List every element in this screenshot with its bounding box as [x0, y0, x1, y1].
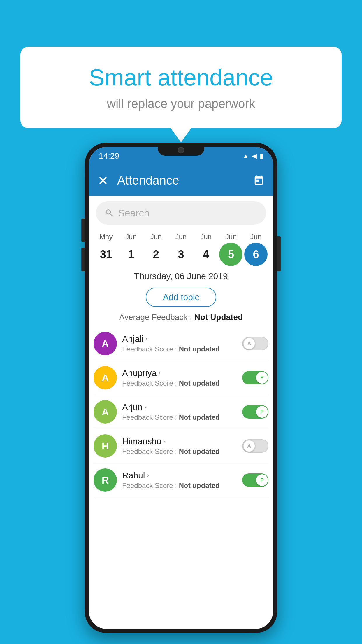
student-feedback: Feedback Score : Not updated: [122, 482, 237, 490]
student-avatar: A: [94, 332, 117, 355]
student-item[interactable]: RRahul ›Feedback Score : Not updatedP: [94, 463, 268, 497]
calendar-day[interactable]: Jun6: [243, 233, 268, 266]
cal-date-label[interactable]: 3: [169, 243, 193, 266]
phone-mockup: 14:29 ▲ ◀ ▮ ✕ Attendance S: [85, 143, 277, 633]
student-info: Himanshu ›Feedback Score : Not updated: [122, 436, 237, 456]
app-bar: ✕ Attendance: [89, 165, 273, 196]
avg-feedback-label: Average Feedback :: [119, 313, 192, 322]
toggle-knob: A: [243, 338, 255, 349]
battery-icon: ▮: [260, 152, 263, 160]
cal-month-label: Jun: [168, 233, 194, 241]
cal-date-label[interactable]: 31: [94, 243, 118, 266]
calendar-day[interactable]: Jun2: [143, 233, 168, 266]
chevron-icon: ›: [144, 403, 146, 411]
student-item[interactable]: HHimanshu ›Feedback Score : Not updatedA: [94, 429, 268, 463]
student-item[interactable]: AArjun ›Feedback Score : Not updatedP: [94, 395, 268, 429]
attendance-toggle[interactable]: A: [242, 337, 268, 350]
student-name: Arjun ›: [122, 402, 237, 412]
chevron-icon: ›: [145, 335, 147, 343]
search-placeholder: Search: [118, 207, 150, 219]
student-avatar: H: [94, 434, 117, 458]
cal-month-label: May: [94, 233, 119, 241]
avg-feedback-value: Not Updated: [194, 313, 243, 322]
bubble-title: Smart attendance: [44, 64, 318, 91]
cal-date-label[interactable]: 5: [219, 243, 242, 266]
attendance-toggle[interactable]: P: [242, 405, 268, 419]
attendance-toggle[interactable]: P: [242, 371, 268, 384]
toggle-knob: P: [256, 372, 268, 384]
student-avatar: A: [94, 400, 117, 424]
add-topic-button[interactable]: Add topic: [146, 288, 216, 307]
search-icon: [105, 208, 114, 218]
speech-bubble: Smart attendance will replace your paper…: [20, 47, 342, 128]
calendar-row: May31Jun1Jun2Jun3Jun4Jun5Jun6: [89, 230, 273, 266]
selected-date: Thursday, 06 June 2019: [89, 266, 273, 284]
student-item[interactable]: AAnjali ›Feedback Score : Not updatedA: [94, 327, 268, 361]
speech-bubble-container: Smart attendance will replace your paper…: [20, 47, 342, 128]
cal-date-label[interactable]: 4: [194, 243, 218, 266]
cal-month-label: Jun: [243, 233, 268, 241]
calendar-day[interactable]: Jun5: [219, 233, 244, 266]
phone-frame: 14:29 ▲ ◀ ▮ ✕ Attendance S: [85, 143, 277, 633]
cal-month-label: Jun: [219, 233, 244, 241]
calendar-day[interactable]: Jun1: [119, 233, 144, 266]
close-button[interactable]: ✕: [98, 173, 108, 188]
calendar-day[interactable]: May31: [94, 233, 119, 266]
status-time: 14:29: [99, 151, 119, 161]
bubble-subtitle: will replace your paperwork: [44, 97, 318, 111]
status-icons: ▲ ◀ ▮: [242, 152, 263, 160]
cal-month-label: Jun: [119, 233, 144, 241]
app-bar-title: Attendance: [117, 174, 253, 188]
cal-date-label[interactable]: 1: [120, 243, 143, 266]
phone-notch: [158, 143, 204, 156]
calendar-day[interactable]: Jun4: [194, 233, 219, 266]
attendance-toggle[interactable]: A: [242, 439, 268, 453]
student-feedback: Feedback Score : Not updated: [122, 447, 237, 456]
cal-month-label: Jun: [143, 233, 168, 241]
calendar-day[interactable]: Jun3: [168, 233, 194, 266]
chevron-icon: ›: [163, 438, 165, 445]
student-name: Anjali ›: [122, 334, 237, 344]
chevron-icon: ›: [147, 472, 149, 479]
wifi-icon: ▲: [242, 152, 249, 160]
avg-feedback: Average Feedback : Not Updated: [89, 310, 273, 327]
student-feedback: Feedback Score : Not updated: [122, 413, 237, 421]
student-info: Rahul ›Feedback Score : Not updated: [122, 470, 237, 490]
volume-down-button: [81, 248, 85, 271]
student-item[interactable]: AAnupriya ›Feedback Score : Not updatedP: [94, 361, 268, 395]
student-avatar: R: [94, 468, 117, 492]
toggle-knob: A: [243, 440, 255, 452]
volume-up-button: [81, 219, 85, 242]
student-avatar: A: [94, 366, 117, 389]
attendance-toggle[interactable]: P: [242, 473, 268, 487]
power-button: [277, 236, 281, 271]
student-feedback: Feedback Score : Not updated: [122, 379, 237, 387]
student-info: Anjali ›Feedback Score : Not updated: [122, 334, 237, 353]
student-feedback: Feedback Score : Not updated: [122, 345, 237, 353]
student-name: Anupriya ›: [122, 368, 237, 378]
calendar-icon[interactable]: [253, 175, 264, 186]
student-name: Rahul ›: [122, 470, 237, 480]
student-info: Arjun ›Feedback Score : Not updated: [122, 402, 237, 421]
search-bar[interactable]: Search: [96, 201, 266, 225]
front-camera: [178, 147, 184, 153]
student-list: AAnjali ›Feedback Score : Not updatedAAA…: [89, 327, 273, 497]
cal-date-label[interactable]: 2: [144, 243, 168, 266]
cal-month-label: Jun: [194, 233, 219, 241]
cal-date-label[interactable]: 6: [244, 243, 268, 266]
phone-screen: 14:29 ▲ ◀ ▮ ✕ Attendance S: [89, 147, 273, 629]
toggle-knob: P: [256, 406, 268, 418]
student-info: Anupriya ›Feedback Score : Not updated: [122, 368, 237, 387]
chevron-icon: ›: [158, 369, 160, 377]
student-name: Himanshu ›: [122, 436, 237, 446]
toggle-knob: P: [256, 474, 268, 486]
signal-icon: ◀: [252, 152, 257, 160]
